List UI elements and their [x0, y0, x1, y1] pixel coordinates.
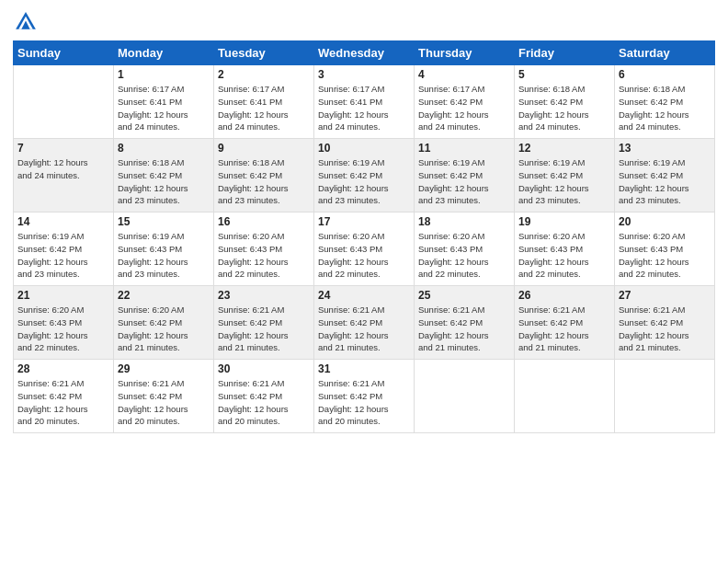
day-number: 19: [518, 215, 610, 228]
header-row: SundayMondayTuesdayWednesdayThursdayFrid…: [14, 41, 715, 65]
logo-icon: [13, 9, 39, 35]
day-number: 5: [518, 68, 610, 81]
day-info: Sunrise: 6:17 AMSunset: 6:41 PMDaylight:…: [118, 83, 210, 133]
day-number: 24: [318, 289, 410, 302]
calendar-cell: 14Sunrise: 6:19 AMSunset: 6:42 PMDayligh…: [14, 213, 114, 286]
day-number: 15: [118, 215, 210, 228]
day-info: Sunrise: 6:21 AMSunset: 6:42 PMDaylight:…: [518, 304, 610, 354]
day-info: Sunrise: 6:21 AMSunset: 6:42 PMDaylight:…: [218, 377, 310, 428]
day-number: 22: [118, 289, 210, 302]
day-info: Sunrise: 6:20 AMSunset: 6:43 PMDaylight:…: [418, 230, 510, 281]
week-row-5: 28Sunrise: 6:21 AMSunset: 6:42 PMDayligh…: [14, 360, 715, 433]
calendar-cell: 27Sunrise: 6:21 AMSunset: 6:42 PMDayligh…: [615, 286, 715, 360]
calendar-cell: [515, 360, 615, 433]
calendar-cell: 3Sunrise: 6:17 AMSunset: 6:41 PMDaylight…: [314, 65, 415, 139]
calendar-cell: 31Sunrise: 6:21 AMSunset: 6:42 PMDayligh…: [314, 360, 415, 433]
day-info: Sunrise: 6:19 AMSunset: 6:42 PMDaylight:…: [619, 156, 711, 207]
day-number: 21: [17, 289, 109, 302]
calendar-cell: 10Sunrise: 6:19 AMSunset: 6:42 PMDayligh…: [314, 139, 415, 213]
calendar-cell: 13Sunrise: 6:19 AMSunset: 6:42 PMDayligh…: [615, 139, 715, 213]
day-number: 27: [619, 289, 711, 302]
day-info: Sunrise: 6:19 AMSunset: 6:43 PMDaylight:…: [118, 230, 210, 281]
calendar-cell: [14, 65, 114, 139]
day-info: Sunrise: 6:19 AMSunset: 6:42 PMDaylight:…: [418, 156, 510, 207]
header-cell-wednesday: Wednesday: [314, 41, 415, 65]
calendar-cell: 28Sunrise: 6:21 AMSunset: 6:42 PMDayligh…: [14, 360, 114, 433]
calendar-cell: 11Sunrise: 6:19 AMSunset: 6:42 PMDayligh…: [415, 139, 515, 213]
day-number: 2: [218, 68, 310, 81]
header-cell-sunday: Sunday: [14, 41, 114, 65]
calendar-cell: 6Sunrise: 6:18 AMSunset: 6:42 PMDaylight…: [615, 65, 715, 139]
day-info: Sunrise: 6:20 AMSunset: 6:43 PMDaylight:…: [318, 230, 410, 281]
day-info: Daylight: 12 hoursand 24 minutes.: [17, 156, 109, 182]
header-cell-monday: Monday: [114, 41, 214, 65]
day-number: 31: [318, 362, 410, 375]
calendar-cell: 8Sunrise: 6:18 AMSunset: 6:42 PMDaylight…: [114, 139, 214, 213]
day-number: 17: [318, 215, 410, 228]
week-row-4: 21Sunrise: 6:20 AMSunset: 6:43 PMDayligh…: [14, 286, 715, 360]
calendar-cell: 29Sunrise: 6:21 AMSunset: 6:42 PMDayligh…: [114, 360, 214, 433]
day-info: Sunrise: 6:21 AMSunset: 6:42 PMDaylight:…: [17, 377, 109, 428]
calendar-cell: 22Sunrise: 6:20 AMSunset: 6:42 PMDayligh…: [114, 286, 214, 360]
calendar-cell: 30Sunrise: 6:21 AMSunset: 6:42 PMDayligh…: [214, 360, 314, 433]
header-cell-friday: Friday: [515, 41, 615, 65]
day-info: Sunrise: 6:17 AMSunset: 6:42 PMDaylight:…: [418, 83, 510, 133]
calendar-cell: 25Sunrise: 6:21 AMSunset: 6:42 PMDayligh…: [415, 286, 515, 360]
day-info: Sunrise: 6:19 AMSunset: 6:42 PMDaylight:…: [318, 156, 410, 207]
day-number: 14: [17, 215, 109, 228]
day-info: Sunrise: 6:18 AMSunset: 6:42 PMDaylight:…: [619, 83, 711, 133]
calendar-cell: [415, 360, 515, 433]
calendar-table: SundayMondayTuesdayWednesdayThursdayFrid…: [13, 40, 715, 433]
calendar-cell: 21Sunrise: 6:20 AMSunset: 6:43 PMDayligh…: [14, 286, 114, 360]
calendar-cell: 12Sunrise: 6:19 AMSunset: 6:42 PMDayligh…: [515, 139, 615, 213]
day-info: Sunrise: 6:21 AMSunset: 6:42 PMDaylight:…: [619, 304, 711, 354]
day-info: Sunrise: 6:20 AMSunset: 6:43 PMDaylight:…: [619, 230, 711, 281]
day-number: 12: [518, 142, 610, 155]
week-row-3: 14Sunrise: 6:19 AMSunset: 6:42 PMDayligh…: [14, 213, 715, 286]
day-info: Sunrise: 6:20 AMSunset: 6:42 PMDaylight:…: [118, 304, 210, 354]
calendar-cell: 19Sunrise: 6:20 AMSunset: 6:43 PMDayligh…: [515, 213, 615, 286]
day-info: Sunrise: 6:21 AMSunset: 6:42 PMDaylight:…: [118, 377, 210, 428]
day-info: Sunrise: 6:21 AMSunset: 6:42 PMDaylight:…: [418, 304, 510, 354]
day-info: Sunrise: 6:21 AMSunset: 6:42 PMDaylight:…: [318, 304, 410, 354]
logo: [13, 9, 42, 35]
day-info: Sunrise: 6:19 AMSunset: 6:42 PMDaylight:…: [518, 156, 610, 207]
calendar-cell: 4Sunrise: 6:17 AMSunset: 6:42 PMDaylight…: [415, 65, 515, 139]
day-number: 1: [118, 68, 210, 81]
calendar-cell: 23Sunrise: 6:21 AMSunset: 6:42 PMDayligh…: [214, 286, 314, 360]
header-cell-thursday: Thursday: [415, 41, 515, 65]
day-info: Sunrise: 6:19 AMSunset: 6:42 PMDaylight:…: [17, 230, 109, 281]
calendar-cell: [615, 360, 715, 433]
day-number: 13: [619, 142, 711, 155]
calendar-cell: 2Sunrise: 6:17 AMSunset: 6:41 PMDaylight…: [214, 65, 314, 139]
day-number: 30: [218, 362, 310, 375]
calendar-cell: 9Sunrise: 6:18 AMSunset: 6:42 PMDaylight…: [214, 139, 314, 213]
day-info: Sunrise: 6:21 AMSunset: 6:42 PMDaylight:…: [318, 377, 410, 428]
day-number: 25: [418, 289, 510, 302]
day-info: Sunrise: 6:18 AMSunset: 6:42 PMDaylight:…: [218, 156, 310, 207]
calendar-cell: 17Sunrise: 6:20 AMSunset: 6:43 PMDayligh…: [314, 213, 415, 286]
calendar-cell: 1Sunrise: 6:17 AMSunset: 6:41 PMDaylight…: [114, 65, 214, 139]
day-info: Sunrise: 6:21 AMSunset: 6:42 PMDaylight:…: [218, 304, 310, 354]
week-row-1: 1Sunrise: 6:17 AMSunset: 6:41 PMDaylight…: [14, 65, 715, 139]
day-info: Sunrise: 6:18 AMSunset: 6:42 PMDaylight:…: [518, 83, 610, 133]
calendar-cell: 24Sunrise: 6:21 AMSunset: 6:42 PMDayligh…: [314, 286, 415, 360]
day-number: 9: [218, 142, 310, 155]
calendar-cell: 26Sunrise: 6:21 AMSunset: 6:42 PMDayligh…: [515, 286, 615, 360]
day-number: 18: [418, 215, 510, 228]
day-number: 23: [218, 289, 310, 302]
day-number: 26: [518, 289, 610, 302]
day-number: 3: [318, 68, 410, 81]
calendar-cell: 16Sunrise: 6:20 AMSunset: 6:43 PMDayligh…: [214, 213, 314, 286]
day-number: 7: [17, 142, 109, 155]
day-info: Sunrise: 6:17 AMSunset: 6:41 PMDaylight:…: [218, 83, 310, 133]
calendar-cell: 7Daylight: 12 hoursand 24 minutes.: [14, 139, 114, 213]
day-number: 10: [318, 142, 410, 155]
day-info: Sunrise: 6:17 AMSunset: 6:41 PMDaylight:…: [318, 83, 410, 133]
day-number: 20: [619, 215, 711, 228]
header-cell-tuesday: Tuesday: [214, 41, 314, 65]
calendar-cell: 20Sunrise: 6:20 AMSunset: 6:43 PMDayligh…: [615, 213, 715, 286]
day-number: 28: [17, 362, 109, 375]
calendar-cell: 5Sunrise: 6:18 AMSunset: 6:42 PMDaylight…: [515, 65, 615, 139]
calendar-cell: 15Sunrise: 6:19 AMSunset: 6:43 PMDayligh…: [114, 213, 214, 286]
